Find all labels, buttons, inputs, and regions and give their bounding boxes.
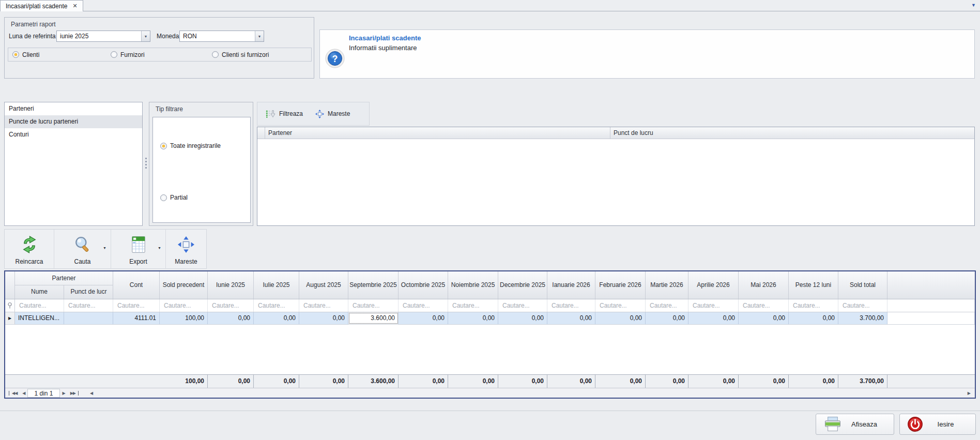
reincarca-button[interactable]: Reincarca xyxy=(5,230,54,268)
cell-decembrie-2025[interactable]: 0,00 xyxy=(498,312,547,324)
iesire-button[interactable]: Iesire xyxy=(899,414,976,435)
radio-icon[interactable] xyxy=(160,194,167,201)
cell-peste-12-luni[interactable]: 0,00 xyxy=(789,312,838,324)
cell-mai-2026[interactable]: 0,00 xyxy=(739,312,789,324)
radio-toate-inregistrarile[interactable]: Toate inregistrarile xyxy=(160,142,221,149)
filter-cell-punct[interactable]: Cautare... xyxy=(64,299,113,312)
close-icon[interactable]: ✕ xyxy=(72,3,77,9)
pager-prev-icon[interactable]: ◀ xyxy=(20,391,27,396)
column-header-noiembrie-2025[interactable]: Noiembrie 2025 xyxy=(448,271,498,299)
filter-cell[interactable]: Cautare... xyxy=(299,299,348,312)
pager-next-icon[interactable]: ▶ xyxy=(60,391,68,396)
list-item-conturi[interactable]: Conturi xyxy=(5,128,142,141)
luna-value[interactable]: iunie 2025 xyxy=(57,31,141,41)
filter-cell[interactable]: Cautare... xyxy=(448,299,498,312)
filter-cell[interactable]: Cautare... xyxy=(208,299,254,312)
radio-label: Clienti si furnizori xyxy=(222,51,269,58)
filter-cell[interactable]: Cautare... xyxy=(399,299,448,312)
radio-icon[interactable] xyxy=(12,51,19,58)
column-header-martie-2026[interactable]: Martie 2026 xyxy=(646,271,688,299)
moneda-combobox[interactable]: RON ▼ xyxy=(179,31,264,42)
afiseaza-button[interactable]: Afiseaza xyxy=(816,414,894,435)
filter-cell[interactable]: Cautare... xyxy=(789,299,838,312)
cell-punct[interactable] xyxy=(64,312,113,324)
chevron-down-icon[interactable]: ▼ xyxy=(158,246,161,250)
mareste-partner-button[interactable]: Mareste xyxy=(309,104,356,124)
column-header-nume[interactable]: Nume xyxy=(15,285,64,299)
filter-cell[interactable]: Cautare... xyxy=(160,299,208,312)
cell-nume[interactable]: INTELLIGEN... xyxy=(15,312,64,324)
cell-august-2025[interactable]: 0,00 xyxy=(299,312,348,324)
column-header-februarie-2026[interactable]: Februarie 2026 xyxy=(595,271,646,299)
chevron-down-icon[interactable]: ▼ xyxy=(141,31,150,41)
hscroll-right-icon[interactable]: ▶ xyxy=(965,391,973,396)
pager-first-icon[interactable]: ◀◀ xyxy=(9,391,20,396)
splitter-handle[interactable] xyxy=(145,158,147,171)
column-header-mai-2026[interactable]: Mai 2026 xyxy=(739,271,789,299)
list-item-puncte-de-lucru[interactable]: Puncte de lucru parteneri xyxy=(5,115,142,128)
cell-cont[interactable]: 4111.01 xyxy=(113,312,160,324)
moneda-value[interactable]: RON xyxy=(180,31,255,41)
column-header-august-2025[interactable]: August 2025 xyxy=(299,271,348,299)
pager-last-icon[interactable]: ▶▶ xyxy=(68,391,79,396)
filter-cell[interactable]: Cautare... xyxy=(646,299,688,312)
filter-cell[interactable]: Cautare... xyxy=(838,299,887,312)
filter-cell[interactable]: Cautare... xyxy=(595,299,646,312)
radio-partial[interactable]: Partial xyxy=(160,194,188,201)
column-header-sold-precedent[interactable]: Sold precedent xyxy=(160,271,208,299)
column-header-punct[interactable]: Punct de lucr xyxy=(64,285,113,299)
cell-sold-precedent[interactable]: 100,00 xyxy=(160,312,208,324)
column-header-punct-de-lucru[interactable]: Punct de lucru xyxy=(610,127,974,139)
cell-ianuarie-2026[interactable]: 0,00 xyxy=(547,312,595,324)
band-header-partener[interactable]: Partener xyxy=(15,271,113,285)
chevron-down-icon[interactable]: ▼ xyxy=(255,31,264,41)
cell-septembrie-2025-focused[interactable]: 3.600,00 xyxy=(348,312,399,324)
radio-clienti-si-furnizori[interactable]: Clienti si furnizori xyxy=(212,51,269,58)
total-martie-2026: 0,00 xyxy=(646,375,688,388)
column-header-sold-total[interactable]: Sold total xyxy=(838,271,887,299)
radio-clienti[interactable]: Clienti xyxy=(12,51,111,58)
tab-overflow-icon[interactable]: ▼ xyxy=(971,3,976,8)
cell-februarie-2026[interactable]: 0,00 xyxy=(595,312,646,324)
filter-cell[interactable]: Cautare... xyxy=(113,299,160,312)
cell-octombrie-2025[interactable]: 0,00 xyxy=(399,312,448,324)
column-header-ianuarie-2026[interactable]: Ianuarie 2026 xyxy=(547,271,595,299)
radio-icon[interactable] xyxy=(160,143,167,149)
cauta-button[interactable]: ▼ Cauta xyxy=(54,230,111,268)
hscroll-left-icon[interactable]: ◀ xyxy=(87,391,95,396)
filter-cell[interactable]: Cautare... xyxy=(498,299,547,312)
table-row[interactable]: ▶ INTELLIGEN... 4111.01 100,00 0,00 0,00… xyxy=(5,312,975,325)
radio-icon[interactable] xyxy=(212,51,219,58)
cell-aprilie-2026[interactable]: 0,00 xyxy=(688,312,739,324)
cell-sold-total[interactable]: 3.700,00 xyxy=(838,312,887,324)
column-header-partener[interactable]: Partener xyxy=(265,127,610,139)
filtreaza-button[interactable]: Filtreaza xyxy=(259,104,309,124)
luna-combobox[interactable]: iunie 2025 ▼ xyxy=(56,31,150,42)
list-item-parteneri[interactable]: Parteneri xyxy=(5,102,142,115)
tab-incasari-plati-scadente[interactable]: Incasari/plati scadente ✕ xyxy=(0,0,83,11)
mareste-button[interactable]: Mareste xyxy=(166,230,206,268)
export-button[interactable]: ▼ Export xyxy=(111,230,166,268)
filter-cell[interactable]: Cautare... xyxy=(688,299,739,312)
cell-martie-2026[interactable]: 0,00 xyxy=(646,312,688,324)
radio-furnizori[interactable]: Furnizori xyxy=(111,51,212,58)
radio-icon[interactable] xyxy=(111,51,117,58)
column-header-cont[interactable]: Cont xyxy=(113,271,160,299)
filter-cell[interactable]: Cautare... xyxy=(739,299,789,312)
column-header-decembrie-2025[interactable]: Decembrie 2025 xyxy=(498,271,547,299)
cell-iulie-2025[interactable]: 0,00 xyxy=(254,312,299,324)
column-header-septembrie-2025[interactable]: Septembrie 2025 xyxy=(348,271,399,299)
column-header-iunie-2025[interactable]: Iunie 2025 xyxy=(208,271,254,299)
cell-iunie-2025[interactable]: 0,00 xyxy=(208,312,254,324)
filter-cell[interactable]: Cautare... xyxy=(254,299,299,312)
filter-cell[interactable]: Cautare... xyxy=(547,299,595,312)
column-header-octombrie-2025[interactable]: Octombrie 2025 xyxy=(399,271,448,299)
column-header-iulie-2025[interactable]: Iulie 2025 xyxy=(254,271,299,299)
column-header-aprilie-2026[interactable]: Aprilie 2026 xyxy=(688,271,739,299)
indicator-header xyxy=(257,127,265,139)
cell-noiembrie-2025[interactable]: 0,00 xyxy=(448,312,498,324)
column-header-peste-12-luni[interactable]: Peste 12 luni xyxy=(789,271,838,299)
filter-cell[interactable]: Cautare... xyxy=(348,299,399,312)
filter-cell-nume[interactable]: Cautare... xyxy=(15,299,64,312)
chevron-down-icon[interactable]: ▼ xyxy=(103,246,106,250)
